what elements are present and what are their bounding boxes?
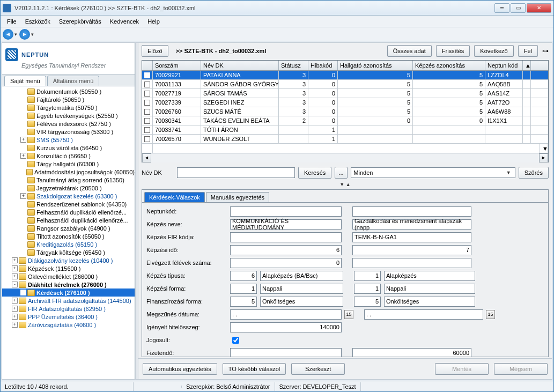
search-input[interactable]	[177, 167, 295, 178]
panel-toggle-icon[interactable]: ▼ ▲	[138, 182, 552, 188]
scroll-left-icon[interactable]: ◄	[142, 153, 151, 162]
field-b-text[interactable]: Nappali	[384, 284, 475, 294]
up-button[interactable]: Fel	[518, 45, 538, 57]
tree-item[interactable]: +Oklevélmelléklet (266000 )	[2, 272, 135, 280]
jogosult-checkbox[interactable]	[232, 337, 239, 344]
table-row[interactable]: 70027719SÁROSI TAMÁS3055AAS14Z	[142, 89, 548, 98]
field-b[interactable]: 7	[352, 245, 471, 255]
field-a[interactable]: 6	[230, 245, 342, 255]
search-more-button[interactable]: ...	[335, 167, 348, 179]
field-b-num[interactable]: 1	[354, 284, 381, 294]
grid-h-scrollbar[interactable]: ◄ ►	[142, 153, 548, 162]
tree-item[interactable]: Dokumentumok (50550 )	[2, 87, 135, 95]
scroll-right-icon[interactable]: ►	[539, 153, 548, 162]
tree-item[interactable]: Jegyzetraktárak (20500 )	[2, 184, 135, 192]
field-b-num[interactable]: 1	[354, 271, 381, 281]
field-a[interactable]	[230, 206, 342, 217]
tree-item[interactable]: Tárgy hallgatói (60300 )	[2, 160, 135, 168]
edit-button[interactable]: Szerkeszt	[291, 363, 345, 375]
filter-button[interactable]: Szűrés	[519, 167, 549, 179]
table-row[interactable]: 70033741TÓTH ÁRON1	[142, 125, 548, 135]
grid-header-nev[interactable]: Név DK	[201, 61, 279, 70]
expand-icon[interactable]: +	[12, 265, 18, 271]
date-field-a[interactable]: . .	[230, 309, 342, 320]
field-a[interactable]: 140000	[230, 322, 342, 332]
tab-own-menu[interactable]: Saját menü	[4, 76, 46, 86]
expand-icon[interactable]: +	[12, 306, 18, 312]
grid-header-check[interactable]	[142, 61, 153, 70]
row-checkbox[interactable]	[144, 82, 150, 87]
tree-item[interactable]: Felhasználó duplikáció ellenőrzé...	[2, 208, 135, 216]
field-a[interactable]	[230, 232, 342, 242]
calendar-icon[interactable]: 15	[344, 310, 353, 319]
grid-header-kepzes[interactable]: Képzés azonosítás	[413, 61, 485, 70]
row-checkbox[interactable]	[144, 109, 150, 115]
menu-help[interactable]: Help	[143, 17, 164, 26]
row-checkbox[interactable]	[144, 127, 150, 133]
field-a[interactable]	[230, 348, 342, 357]
tree-item[interactable]: Féléves indexsorok (52750 )	[2, 120, 135, 128]
field-a[interactable]: KOMMUNIKÁCIÓ ÉS MÉDIATUDOMÁNY	[230, 219, 342, 230]
expand-icon[interactable]: +	[20, 193, 26, 199]
tab-general-menu[interactable]: Általános menü	[47, 76, 100, 86]
tree-item[interactable]: +Képzések (115600 )	[2, 264, 135, 272]
tree-item[interactable]: +SMS (55750 )	[2, 136, 135, 144]
expand-icon[interactable]: +	[20, 137, 26, 143]
grid-scroll-down-icon[interactable]: ▼	[540, 144, 548, 153]
field-b[interactable]	[352, 206, 471, 217]
row-checkbox[interactable]	[144, 72, 150, 78]
all-data-button[interactable]: Összes adat	[387, 45, 432, 57]
table-row[interactable]: 70026760SZÜCS MÁTÉ3055AA6W88	[142, 107, 548, 116]
filter-combo[interactable]: Minden▼	[351, 167, 515, 178]
tree-item[interactable]: +PPP Üzemeltetés (36400 )	[2, 313, 135, 321]
tree-item[interactable]: +Záróvizsgáztatás (40600 )	[2, 321, 135, 329]
grid-header-hallgato[interactable]: Hallgató azonosítás	[338, 61, 413, 70]
tree-item[interactable]: Tanulmányi átlag sorrend (61350)	[2, 176, 135, 184]
calendar-icon[interactable]: 15	[486, 310, 495, 319]
nav-forward-button[interactable]: ►	[19, 29, 30, 40]
nav-tree[interactable]: Dokumentumok (50550 )Fájltároló (50650 )…	[2, 86, 135, 379]
tree-item[interactable]: -Diákhitel kérelmek (276000 )	[2, 280, 135, 289]
field-b[interactable]: 60000	[352, 348, 471, 357]
answer-later-button[interactable]: TO később válaszol	[223, 363, 286, 375]
table-row[interactable]: 70026570WUNDER ZSOLT1	[142, 135, 548, 144]
nav-fwd-dropdown-icon[interactable]: ▾	[31, 32, 34, 37]
tree-item[interactable]: Egyéb tevékenységek (52550 )	[2, 112, 135, 120]
grid-scroll-up-icon[interactable]: ▲	[523, 61, 531, 70]
tree-item[interactable]: Kérdések (276100 )	[2, 289, 135, 297]
save-button[interactable]: Mentés	[435, 363, 489, 375]
field-a-text[interactable]: Nappali	[260, 284, 343, 294]
expand-icon[interactable]: +	[20, 153, 26, 159]
tree-item[interactable]: Rangsor szabályok (64900 )	[2, 224, 135, 232]
field-a-num[interactable]: 1	[230, 284, 257, 294]
field-b[interactable]: TEMK-B-N-GA1	[352, 232, 471, 242]
expand-icon[interactable]: +	[12, 314, 18, 320]
row-checkbox[interactable]	[144, 136, 150, 142]
date-field-b[interactable]: . .	[364, 309, 483, 320]
tree-item[interactable]: Tiltott azonosítók (65050 )	[2, 232, 135, 240]
tree-item[interactable]: +Diákigazolvány kezelés (10400 )	[2, 256, 135, 264]
field-a-text[interactable]: Alapképzés (BA/Bsc)	[260, 271, 343, 281]
nav-back-button[interactable]: ◄	[3, 29, 13, 40]
tree-item[interactable]: Felhasználói duplikáció ellenőrzé...	[2, 216, 135, 224]
field-b-text[interactable]: Önköltséges	[384, 297, 475, 307]
menu-tools[interactable]: Eszközök	[21, 17, 55, 26]
auto-match-button[interactable]: Automatikus egyeztetés	[143, 363, 217, 375]
row-checkbox[interactable]	[144, 91, 150, 97]
tab-qanda[interactable]: Kérdések-Válaszok	[144, 192, 205, 202]
tree-item[interactable]: Adatmódosítási jogosultságok (60850)	[2, 168, 135, 176]
tree-item[interactable]: Fájltároló (50650 )	[2, 95, 135, 103]
minimize-button[interactable]: ━	[494, 3, 509, 13]
field-a-num[interactable]: 5	[230, 297, 257, 307]
tree-item[interactable]: Kreditigazolás (65150 )	[2, 240, 135, 248]
search-button[interactable]: Keresés	[298, 167, 331, 179]
tree-item[interactable]: +Archivált FIR adatszolgáltatás (144500)	[2, 297, 135, 305]
grid-header-hibakod[interactable]: Hibakód	[308, 61, 338, 70]
nav-back-dropdown-icon[interactable]: ▾	[14, 32, 17, 37]
row-checkbox[interactable]	[144, 118, 150, 124]
table-row[interactable]: 70031133SÁNDOR GÁBOR GYÖRGY3055AAQ58B	[142, 80, 548, 89]
grid-body[interactable]: 70029921PATAKI ANNA3055LZZDL470031133SÁN…	[142, 71, 548, 144]
field-a-num[interactable]: 6	[230, 271, 257, 281]
table-row[interactable]: 70030341TAKÁCS EVELIN BEÁTA2000I1X1X1	[142, 116, 548, 125]
field-b-text[interactable]: Alapképzés	[384, 271, 475, 281]
